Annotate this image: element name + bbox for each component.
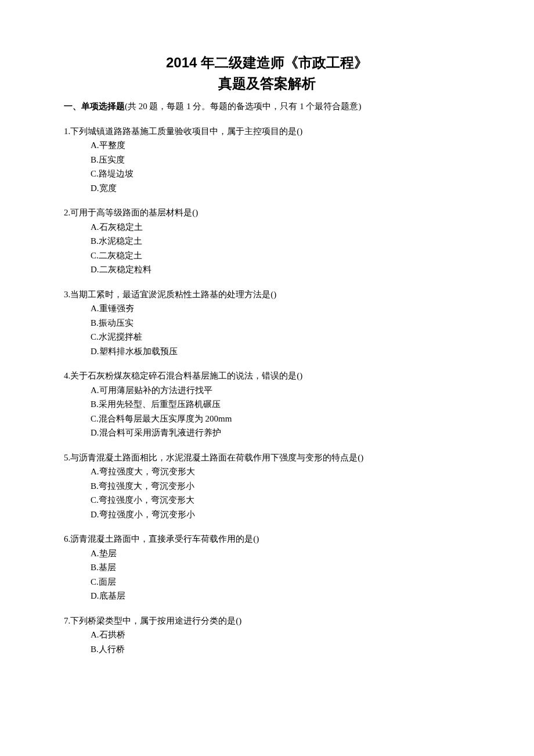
question-stem: 7.下列桥梁类型中，属于按用途进行分类的是()	[64, 614, 470, 628]
section-desc: (共 20 题，每题 1 分。每题的备选项中，只有 1 个最符合题意)	[125, 102, 362, 111]
question-stem: 3.当期工紧时，最适宜淤泥质粘性土路基的处理方法是()	[64, 288, 470, 301]
question-block: 6.沥青混凝土路面中，直接承受行车荷载作用的是()A.垫层B.基层C.面层D.底…	[64, 532, 470, 603]
question-option: C.路堤边坡	[64, 167, 470, 181]
question-option: C.混合料每层最大压实厚度为 200mm	[64, 412, 470, 426]
question-option: A.弯拉强度大，弯沉变形大	[64, 465, 470, 478]
question-option: A.石灰稳定土	[64, 221, 470, 234]
question-option: D.弯拉强度小，弯沉变形小	[64, 508, 470, 521]
section-label: 一、单项选择题	[64, 101, 125, 111]
question-stem: 5.与沥青混凝土路面相比，水泥混凝土路面在荷载作用下强度与变形的特点是()	[64, 451, 470, 465]
question-block: 4.关于石灰粉煤灰稳定碎石混合料基层施工的说法，错误的是()A.可用薄层贴补的方…	[64, 369, 470, 440]
question-stem: 2.可用于高等级路面的基层材料是()	[64, 206, 470, 219]
question-option: C.水泥搅拌桩	[64, 330, 470, 344]
question-option: D.混合料可采用沥青乳液进行养护	[64, 426, 470, 440]
question-option: B.水泥稳定土	[64, 235, 470, 248]
question-option: B.基层	[64, 561, 470, 574]
question-option: D.塑料排水板加载预压	[64, 345, 470, 358]
question-option: C.面层	[64, 575, 470, 589]
question-option: B.人行桥	[64, 643, 470, 656]
question-block: 3.当期工紧时，最适宜淤泥质粘性土路基的处理方法是()A.重锤强夯B.振动压实C…	[64, 288, 470, 358]
question-option: A.重锤强夯	[64, 302, 470, 315]
document-title: 2014 年二级建造师《市政工程》 真题及答案解析	[64, 52, 470, 94]
question-option: B.压实度	[64, 153, 470, 167]
question-option: C.弯拉强度小，弯沉变形大	[64, 494, 470, 507]
question-stem: 4.关于石灰粉煤灰稳定碎石混合料基层施工的说法，错误的是()	[64, 369, 470, 383]
question-option: B.弯拉强度大，弯沉变形小	[64, 480, 470, 493]
title-line-2: 真题及答案解析	[64, 73, 470, 94]
question-option: A.可用薄层贴补的方法进行找平	[64, 384, 470, 397]
section-header: 一、单项选择题(共 20 题，每题 1 分。每题的备选项中，只有 1 个最符合题…	[64, 100, 470, 113]
question-option: B.采用先轻型、后重型压路机碾压	[64, 398, 470, 411]
question-block: 2.可用于高等级路面的基层材料是()A.石灰稳定土B.水泥稳定土C.二灰稳定土D…	[64, 206, 470, 276]
question-option: A.石拱桥	[64, 628, 470, 642]
question-stem: 6.沥青混凝土路面中，直接承受行车荷载作用的是()	[64, 532, 470, 546]
question-block: 1.下列城镇道路路基施工质量验收项目中，属于主控项目的是()A.平整度B.压实度…	[64, 125, 470, 195]
question-option: D.底基层	[64, 589, 470, 603]
question-option: A.垫层	[64, 547, 470, 560]
title-line-1: 2014 年二级建造师《市政工程》	[64, 52, 470, 73]
question-block: 7.下列桥梁类型中，属于按用途进行分类的是()A.石拱桥B.人行桥	[64, 614, 470, 656]
question-stem: 1.下列城镇道路路基施工质量验收项目中，属于主控项目的是()	[64, 125, 470, 138]
questions-container: 1.下列城镇道路路基施工质量验收项目中，属于主控项目的是()A.平整度B.压实度…	[64, 125, 470, 656]
question-option: D.二灰稳定粒料	[64, 263, 470, 276]
question-block: 5.与沥青混凝土路面相比，水泥混凝土路面在荷载作用下强度与变形的特点是()A.弯…	[64, 451, 470, 521]
question-option: D.宽度	[64, 182, 470, 195]
question-option: A.平整度	[64, 139, 470, 152]
question-option: C.二灰稳定土	[64, 249, 470, 262]
question-option: B.振动压实	[64, 316, 470, 330]
